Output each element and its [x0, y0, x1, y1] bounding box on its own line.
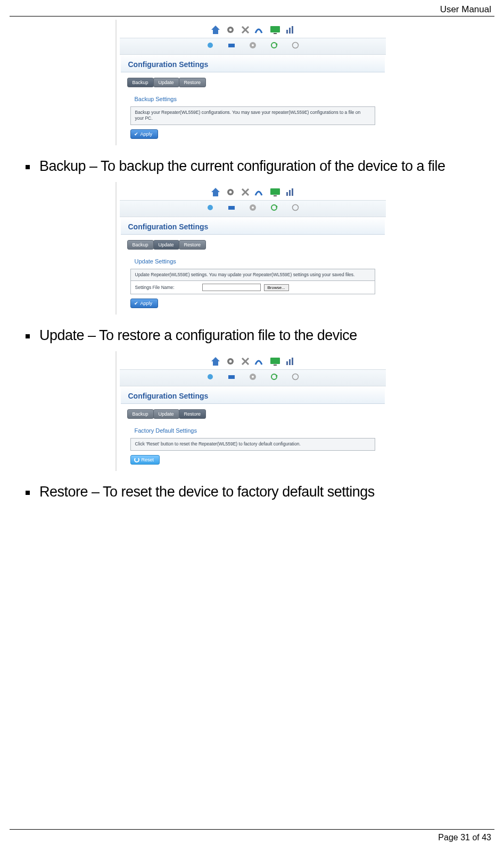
usb-icon	[205, 40, 215, 50]
svg-point-2	[229, 29, 232, 31]
stats-icon	[284, 24, 296, 36]
tools-icon	[239, 24, 251, 36]
refresh-icon	[269, 372, 279, 382]
restore-section-title: Factory Default Settings	[121, 419, 385, 436]
network-icon	[227, 203, 236, 212]
monitor-icon	[269, 186, 281, 198]
svg-point-44	[208, 374, 213, 379]
apply-button[interactable]: Apply	[130, 129, 159, 139]
check-icon	[134, 131, 138, 137]
svg-rect-23	[274, 195, 277, 196]
bullet-icon	[26, 165, 30, 169]
wireless-icon	[254, 24, 266, 36]
globe-icon	[291, 372, 300, 382]
config-panel: Configuration Settings Backup Update Res…	[117, 217, 389, 315]
config-panel: Configuration Settings Backup Update Res…	[117, 55, 389, 145]
tab-restore[interactable]: Restore	[179, 409, 206, 419]
settings-icon	[248, 203, 258, 212]
tab-restore[interactable]: Restore	[179, 78, 206, 87]
wireless-icon	[254, 186, 266, 198]
page-number: Page 31 of 43	[438, 833, 491, 842]
config-settings-title: Configuration Settings	[121, 386, 385, 404]
svg-rect-45	[228, 375, 235, 379]
settings-icon	[248, 40, 258, 50]
bullet-restore: Restore – To reset the device to factory…	[26, 484, 494, 500]
top-nav-icons	[117, 351, 389, 369]
gear-icon	[225, 355, 236, 367]
tools-icon	[239, 186, 251, 198]
svg-marker-34	[211, 357, 220, 366]
sub-nav-icons	[120, 38, 386, 55]
browse-button[interactable]: Browse...	[264, 284, 289, 291]
home-icon	[210, 24, 221, 36]
backup-section-title: Backup Settings	[121, 87, 385, 104]
svg-rect-26	[292, 188, 293, 196]
tab-backup[interactable]: Backup	[127, 240, 154, 250]
refresh-icon	[269, 40, 279, 50]
top-nav-icons	[117, 182, 389, 200]
svg-rect-22	[270, 188, 280, 195]
update-section-title: Update Settings	[121, 250, 385, 267]
config-panel: Configuration Settings Backup Update Res…	[117, 386, 389, 470]
svg-point-13	[252, 44, 254, 46]
restore-info-text: Click 'Reset' button to reset the Repeat…	[130, 438, 375, 450]
svg-point-27	[208, 205, 213, 210]
bullet-icon	[26, 334, 30, 338]
svg-rect-7	[286, 30, 288, 34]
wireless-icon	[254, 355, 266, 367]
monitor-icon	[269, 355, 281, 367]
refresh-icon	[269, 203, 279, 212]
gear-icon	[225, 24, 236, 36]
gear-icon	[225, 186, 236, 198]
svg-point-16	[292, 43, 298, 48]
tab-restore[interactable]: Restore	[179, 240, 206, 250]
apply-button[interactable]: Apply	[130, 299, 159, 308]
svg-rect-39	[270, 358, 280, 364]
bullet-backup-text: Backup – To backup the current configura…	[39, 158, 445, 175]
svg-rect-43	[292, 358, 293, 365]
config-tabs: Backup Update Restore	[127, 409, 385, 419]
svg-rect-25	[289, 190, 291, 196]
settings-icon	[248, 372, 258, 382]
reset-button[interactable]: Reset	[130, 455, 160, 465]
bullet-icon	[26, 491, 30, 495]
apply-label: Apply	[141, 131, 153, 137]
svg-point-31	[271, 205, 277, 210]
svg-marker-0	[211, 26, 220, 34]
tab-update[interactable]: Update	[153, 240, 179, 250]
svg-rect-41	[286, 361, 288, 365]
tab-update[interactable]: Update	[153, 78, 179, 87]
tab-update[interactable]: Update	[153, 409, 179, 419]
globe-icon	[291, 203, 300, 212]
reset-icon	[134, 457, 139, 462]
stats-icon	[284, 355, 296, 367]
svg-rect-11	[228, 44, 235, 47]
svg-marker-17	[211, 188, 220, 196]
doc-title: User Manual	[10, 4, 494, 16]
config-tabs: Backup Update Restore	[127, 240, 385, 250]
svg-point-36	[229, 360, 232, 363]
backup-info-text: Backup your Repeater(WL559E) configurati…	[130, 106, 375, 125]
svg-point-48	[271, 374, 277, 379]
bullet-restore-text: Restore – To reset the device to factory…	[39, 484, 375, 500]
svg-rect-5	[270, 26, 280, 32]
globe-icon	[291, 40, 300, 50]
tab-backup[interactable]: Backup	[127, 78, 154, 87]
usb-icon	[205, 372, 215, 382]
monitor-icon	[269, 24, 281, 36]
home-icon	[210, 355, 221, 367]
svg-rect-42	[289, 359, 291, 365]
config-tabs: Backup Update Restore	[127, 78, 385, 87]
apply-label: Apply	[141, 301, 153, 306]
network-icon	[227, 372, 236, 382]
sub-nav-icons	[120, 200, 386, 217]
file-name-label: Settings File Name:	[135, 285, 199, 290]
settings-file-input[interactable]	[202, 284, 261, 291]
home-icon	[210, 186, 221, 198]
tab-backup[interactable]: Backup	[127, 409, 154, 419]
document-page: User Manual Configuration Settings Backu…	[0, 0, 504, 852]
svg-rect-24	[286, 192, 288, 196]
svg-point-47	[252, 376, 254, 378]
bullet-update: Update – To restore a configuration file…	[26, 327, 494, 344]
router-ui-update: Configuration Settings Backup Update Res…	[115, 182, 389, 315]
